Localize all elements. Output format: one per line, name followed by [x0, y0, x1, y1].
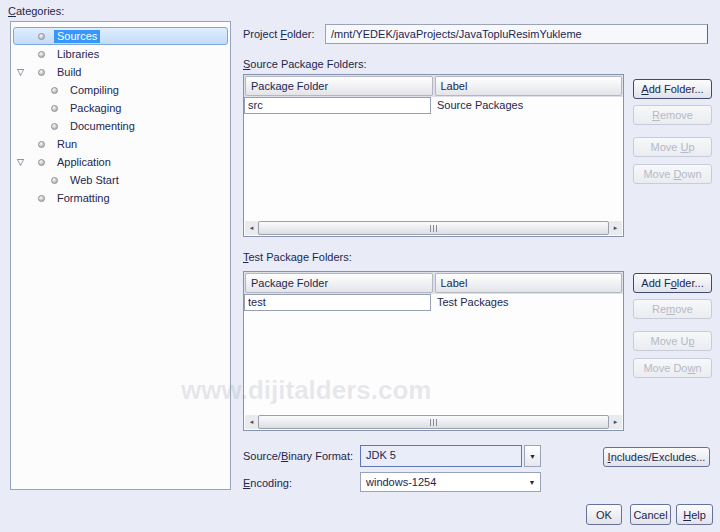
bullet-icon	[51, 105, 58, 112]
package-folder-cell[interactable]: test	[244, 294, 431, 311]
category-item-label: Run	[54, 138, 80, 151]
ok-button[interactable]: OK	[586, 504, 622, 525]
add-folder-button[interactable]: Add Folder...	[633, 273, 712, 293]
project-properties-dialog: Categories: SourcesLibraries▽BuildCompil…	[0, 0, 720, 532]
remove-button: Remove	[633, 105, 712, 125]
category-item-packaging[interactable]: Packaging	[13, 99, 228, 117]
category-item-label: Application	[54, 156, 114, 169]
move-down-button: Move Down	[633, 358, 712, 378]
bullet-icon	[51, 87, 58, 94]
bullet-icon	[38, 51, 45, 58]
category-item-label: Sources	[54, 30, 100, 43]
bullet-icon	[38, 141, 45, 148]
category-item-formatting[interactable]: Formatting	[13, 189, 228, 207]
category-item-label: Packaging	[67, 102, 124, 115]
category-item-label: Build	[54, 66, 84, 79]
category-item-sources[interactable]: Sources	[13, 27, 228, 45]
scroll-right-icon[interactable]: ▸	[609, 221, 622, 235]
category-item-label: Compiling	[67, 84, 122, 97]
project-folder-label: Project Folder:	[243, 28, 315, 40]
source-binary-format-label: Source/Binary Format:	[243, 450, 353, 462]
scrollbar-thumb[interactable]	[258, 221, 609, 235]
package-folder-cell[interactable]: src	[244, 97, 431, 114]
horizontal-scrollbar[interactable]: ◂▸	[245, 415, 622, 429]
expander-open-icon[interactable]: ▽	[17, 67, 24, 78]
source-binary-format-combo[interactable]: JDK 5 ▼	[360, 445, 541, 467]
bullet-icon	[38, 195, 45, 202]
add-folder-button[interactable]: Add Folder...	[633, 79, 712, 99]
categories-tree: SourcesLibraries▽BuildCompilingPackaging…	[10, 21, 231, 490]
encoding-label: Encoding:	[243, 477, 292, 489]
scroll-left-icon[interactable]: ◂	[245, 221, 258, 235]
category-item-build[interactable]: ▽Build	[13, 63, 228, 81]
category-item-label: Web Start	[67, 174, 122, 187]
move-up-button: Move Up	[633, 137, 712, 157]
dropdown-button[interactable]: ▼	[524, 445, 541, 467]
cancel-button[interactable]: Cancel	[630, 504, 671, 525]
bullet-icon	[51, 177, 58, 184]
test-packages-table[interactable]: Package FolderLabeltestTest Packages◂▸	[243, 271, 624, 431]
column-header[interactable]: Package Folder	[245, 273, 433, 293]
move-down-button: Move Down	[633, 164, 712, 184]
test-packages-label: Test Package Folders:	[243, 251, 352, 263]
move-up-button: Move Up	[633, 331, 712, 351]
bullet-icon	[38, 159, 45, 166]
category-item-run[interactable]: Run	[13, 135, 228, 153]
test-packages-buttons: Add Folder...RemoveMove UpMove Down	[633, 273, 713, 383]
scroll-left-icon[interactable]: ◂	[245, 415, 258, 429]
scrollbar-thumb[interactable]	[258, 415, 609, 429]
remove-button: Remove	[633, 299, 712, 319]
scroll-right-icon[interactable]: ▸	[609, 415, 622, 429]
source-binary-format-value: JDK 5	[360, 445, 522, 467]
category-item-compiling[interactable]: Compiling	[13, 81, 228, 99]
category-item-label: Documenting	[67, 120, 138, 133]
column-header[interactable]: Label	[435, 76, 623, 96]
column-header[interactable]: Package Folder	[245, 76, 433, 96]
table-row[interactable]: srcSource Packages	[244, 97, 623, 114]
category-item-application[interactable]: ▽Application	[13, 153, 228, 171]
expander-open-icon[interactable]: ▽	[17, 157, 24, 168]
label-cell[interactable]: Source Packages	[431, 97, 529, 114]
bullet-icon	[38, 33, 45, 40]
project-folder-field[interactable]: /mnt/YEDEK/javaProjects/JavaTopluResimYu…	[325, 24, 708, 44]
categories-label: Categories:	[8, 5, 64, 17]
category-item-libraries[interactable]: Libraries	[13, 45, 228, 63]
encoding-value: windows-1254	[361, 476, 524, 488]
category-item-web-start[interactable]: Web Start	[13, 171, 228, 189]
table-row[interactable]: testTest Packages	[244, 294, 623, 311]
chevron-down-icon: ▼	[524, 479, 540, 486]
chevron-down-icon: ▼	[529, 453, 536, 460]
category-item-label: Formatting	[54, 192, 113, 205]
source-packages-table[interactable]: Package FolderLabelsrcSource Packages◂▸	[243, 74, 624, 237]
includes-excludes-button[interactable]: Includes/Excludes...	[603, 447, 710, 467]
table-header: Package FolderLabel	[244, 75, 623, 97]
encoding-combo[interactable]: windows-1254 ▼	[360, 472, 541, 492]
category-item-label: Libraries	[54, 48, 102, 61]
table-body: testTest Packages	[244, 294, 623, 311]
source-packages-label: Source Package Folders:	[243, 58, 367, 70]
help-button[interactable]: Help	[676, 504, 713, 525]
table-header: Package FolderLabel	[244, 272, 623, 294]
thumb-grip-icon	[430, 419, 438, 426]
bullet-icon	[38, 69, 45, 76]
column-header[interactable]: Label	[435, 273, 623, 293]
source-packages-buttons: Add Folder...RemoveMove UpMove Down	[633, 79, 713, 189]
category-item-documenting[interactable]: Documenting	[13, 117, 228, 135]
table-body: srcSource Packages	[244, 97, 623, 114]
label-cell[interactable]: Test Packages	[431, 294, 515, 311]
thumb-grip-icon	[430, 225, 438, 232]
bullet-icon	[51, 123, 58, 130]
horizontal-scrollbar[interactable]: ◂▸	[245, 221, 622, 235]
